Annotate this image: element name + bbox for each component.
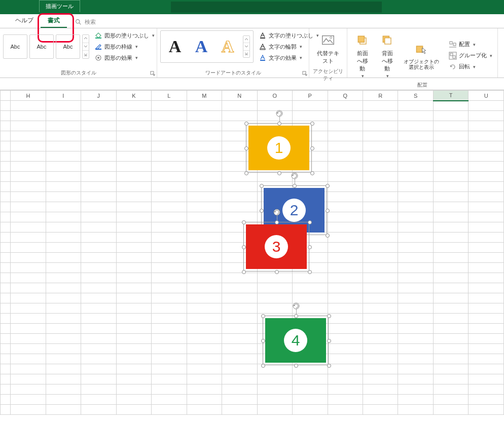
- cell[interactable]: [46, 273, 81, 283]
- cell[interactable]: [363, 101, 398, 111]
- wordart-gallery-more[interactable]: [243, 35, 250, 58]
- cell[interactable]: [433, 121, 468, 131]
- cell[interactable]: [328, 253, 363, 263]
- cell[interactable]: [187, 121, 222, 131]
- cell[interactable]: [328, 151, 363, 162]
- cell[interactable]: [398, 314, 433, 324]
- cell[interactable]: [363, 111, 398, 121]
- cell[interactable]: [116, 111, 151, 121]
- cell[interactable]: [11, 151, 46, 162]
- resize-handle[interactable]: [293, 184, 297, 188]
- cell[interactable]: [433, 131, 468, 141]
- cell[interactable]: [433, 293, 468, 303]
- cell[interactable]: [187, 283, 222, 293]
- resize-handle[interactable]: [261, 364, 265, 368]
- cell[interactable]: [81, 374, 116, 384]
- cell[interactable]: [363, 283, 398, 293]
- cell[interactable]: [116, 405, 151, 415]
- row-header[interactable]: [1, 405, 11, 415]
- cell[interactable]: [46, 243, 81, 253]
- cell[interactable]: [11, 182, 46, 192]
- cell[interactable]: [46, 233, 81, 243]
- cell[interactable]: [116, 324, 151, 334]
- cell[interactable]: [11, 202, 46, 212]
- cell[interactable]: [116, 364, 151, 374]
- cell[interactable]: [152, 344, 187, 354]
- resize-handle[interactable]: [310, 171, 314, 175]
- row-header[interactable]: [1, 253, 11, 263]
- column-header[interactable]: N: [222, 91, 257, 101]
- resize-handle[interactable]: [294, 314, 298, 318]
- cell[interactable]: [222, 334, 257, 344]
- cell[interactable]: [363, 374, 398, 384]
- cell[interactable]: [398, 162, 433, 172]
- shape-style-gallery-more[interactable]: [82, 34, 89, 59]
- cell[interactable]: [433, 111, 468, 121]
- cell[interactable]: [116, 233, 151, 243]
- cell[interactable]: [469, 374, 504, 384]
- cell[interactable]: [257, 395, 292, 405]
- cell[interactable]: [81, 233, 116, 243]
- cell[interactable]: [116, 303, 151, 314]
- cell[interactable]: [46, 344, 81, 354]
- cell[interactable]: [469, 121, 504, 131]
- resize-handle[interactable]: [261, 339, 265, 343]
- cell[interactable]: [81, 222, 116, 233]
- cell[interactable]: [328, 344, 363, 354]
- cell[interactable]: [152, 354, 187, 364]
- cell[interactable]: [11, 314, 46, 324]
- cell[interactable]: [433, 384, 468, 395]
- cell[interactable]: [152, 283, 187, 293]
- cell[interactable]: [293, 273, 328, 283]
- cell[interactable]: [433, 395, 468, 405]
- cell[interactable]: [328, 263, 363, 273]
- cell[interactable]: [398, 151, 433, 162]
- cell[interactable]: [433, 405, 468, 415]
- cell[interactable]: [469, 151, 504, 162]
- cell[interactable]: [187, 405, 222, 415]
- cell[interactable]: [187, 374, 222, 384]
- cell[interactable]: [11, 111, 46, 121]
- cell[interactable]: [152, 324, 187, 334]
- cell[interactable]: [152, 212, 187, 222]
- cell[interactable]: [11, 233, 46, 243]
- cell[interactable]: [328, 233, 363, 243]
- cell[interactable]: [46, 324, 81, 334]
- cell[interactable]: [152, 293, 187, 303]
- cell[interactable]: [433, 314, 468, 324]
- cell[interactable]: [11, 293, 46, 303]
- cell[interactable]: [81, 324, 116, 334]
- row-header[interactable]: [1, 303, 11, 314]
- cell[interactable]: [328, 395, 363, 405]
- cell[interactable]: [433, 233, 468, 243]
- cell[interactable]: [187, 162, 222, 172]
- cell[interactable]: [363, 141, 398, 151]
- cell[interactable]: [46, 395, 81, 405]
- cell[interactable]: [398, 131, 433, 141]
- cell[interactable]: [328, 111, 363, 121]
- resize-handle[interactable]: [327, 339, 331, 343]
- column-header[interactable]: Q: [328, 91, 363, 101]
- cell[interactable]: [469, 293, 504, 303]
- cell[interactable]: [363, 253, 398, 263]
- cell[interactable]: [293, 374, 328, 384]
- cell[interactable]: [116, 141, 151, 151]
- cell[interactable]: [116, 384, 151, 395]
- cell[interactable]: [363, 405, 398, 415]
- more-icon[interactable]: [83, 51, 89, 58]
- cell[interactable]: [328, 172, 363, 182]
- cell[interactable]: [328, 131, 363, 141]
- resize-handle[interactable]: [310, 146, 314, 150]
- cell[interactable]: [222, 212, 257, 222]
- cell[interactable]: [469, 364, 504, 374]
- cell[interactable]: [81, 131, 116, 141]
- cell[interactable]: [398, 293, 433, 303]
- resize-handle[interactable]: [326, 234, 330, 238]
- chevron-up-icon[interactable]: [243, 36, 249, 43]
- cell[interactable]: [81, 334, 116, 344]
- tab-format[interactable]: 書式: [41, 13, 67, 28]
- cell[interactable]: [363, 151, 398, 162]
- column-header[interactable]: R: [363, 91, 398, 101]
- column-header[interactable]: K: [116, 91, 151, 101]
- cell[interactable]: [257, 283, 292, 293]
